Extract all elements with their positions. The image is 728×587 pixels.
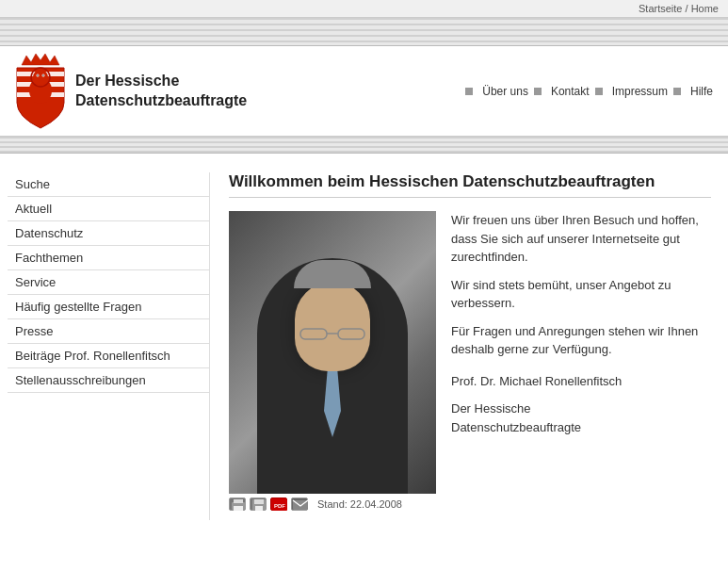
nav-separator-icon xyxy=(595,88,603,95)
email-icon[interactable] xyxy=(291,497,308,511)
sidebar-item-aktuell[interactable]: Aktuell xyxy=(8,197,209,221)
portrait-tie xyxy=(324,371,341,437)
page-title: Willkommen beim Hessischen Datenschutzbe… xyxy=(229,172,711,198)
svg-point-5 xyxy=(33,70,48,85)
welcome-text: Wir freuen uns über Ihren Besuch und hof… xyxy=(451,211,711,511)
svg-marker-0 xyxy=(22,54,59,65)
print-icon[interactable] xyxy=(229,497,246,511)
nav-kontakt[interactable]: Kontakt xyxy=(545,83,595,100)
sidebar-item-datenschutz[interactable]: Datenschutz xyxy=(8,221,209,246)
signature: Prof. Dr. Michael Ronellenfitsch Der Hes… xyxy=(451,372,711,437)
site-title: Der Hessische Datenschutzbeauftragte xyxy=(75,72,247,111)
nav-ueber-uns[interactable]: Über uns xyxy=(477,83,534,100)
paragraph-2: Wir sind stets bemüht, unser Angebot zu … xyxy=(451,276,711,313)
top-bar: Startseite / Home xyxy=(0,0,728,18)
header: Der Hessische Datenschutzbeauftragte Übe… xyxy=(0,46,728,137)
signature-title: Der Hessische Datenschutzbeauftragte xyxy=(451,399,711,436)
logo xyxy=(8,51,73,131)
sidebar-item-service[interactable]: Service xyxy=(8,270,209,295)
save-icon[interactable] xyxy=(250,497,267,511)
top-navigation: Über uns Kontakt Impressum Hilfe xyxy=(465,83,719,100)
portrait-hair xyxy=(294,260,371,288)
portrait-area: PDF Stand: 22.04.2008 xyxy=(229,211,436,511)
sidebar: Suche Aktuell Datenschutz Fachthemen Ser… xyxy=(8,172,210,520)
sidebar-item-beitraege[interactable]: Beiträge Prof. Ronellenfitsch xyxy=(8,344,209,368)
svg-rect-16 xyxy=(234,499,243,503)
svg-rect-12 xyxy=(338,329,364,339)
paragraph-1: Wir freuen uns über Ihren Besuch und hof… xyxy=(451,211,711,267)
breadcrumb: Startseite / Home xyxy=(639,3,719,14)
svg-rect-19 xyxy=(254,499,264,504)
portrait-toolbar: PDF Stand: 22.04.2008 xyxy=(229,497,436,511)
svg-point-10 xyxy=(42,74,44,76)
nav-separator-icon xyxy=(673,88,681,95)
main-container: Suche Aktuell Datenschutz Fachthemen Ser… xyxy=(0,163,728,530)
stripe-decoration-top xyxy=(0,18,728,46)
nav-separator-icon xyxy=(534,88,542,95)
svg-rect-15 xyxy=(234,506,243,511)
portrait-date: Stand: 22.04.2008 xyxy=(317,498,402,510)
stripe-decoration-bottom xyxy=(0,137,728,154)
svg-rect-11 xyxy=(300,329,327,339)
pdf-icon[interactable]: PDF xyxy=(270,497,287,511)
portrait-image xyxy=(229,211,436,494)
main-content: Willkommen beim Hessischen Datenschutzbe… xyxy=(210,172,720,520)
nav-impressum[interactable]: Impressum xyxy=(607,83,673,100)
nav-separator-icon xyxy=(465,88,473,95)
svg-rect-18 xyxy=(255,506,263,511)
content-body: PDF Stand: 22.04.2008 Wir freuen uns übe… xyxy=(229,211,711,511)
paragraph-3: Für Fragen und Anregungen stehen wir Ihn… xyxy=(451,322,711,359)
nav-hilfe[interactable]: Hilfe xyxy=(685,83,719,100)
sidebar-item-presse[interactable]: Presse xyxy=(8,319,209,344)
svg-text:PDF: PDF xyxy=(274,503,285,509)
svg-point-9 xyxy=(37,74,39,76)
sidebar-item-stellen[interactable]: Stellenausschreibungen xyxy=(8,368,209,393)
sidebar-item-fachthemen[interactable]: Fachthemen xyxy=(8,246,209,270)
signature-name: Prof. Dr. Michael Ronellenfitsch xyxy=(451,372,711,391)
sidebar-item-suche[interactable]: Suche xyxy=(8,172,209,197)
sidebar-item-haeufig[interactable]: Häufig gestellte Fragen xyxy=(8,295,209,319)
